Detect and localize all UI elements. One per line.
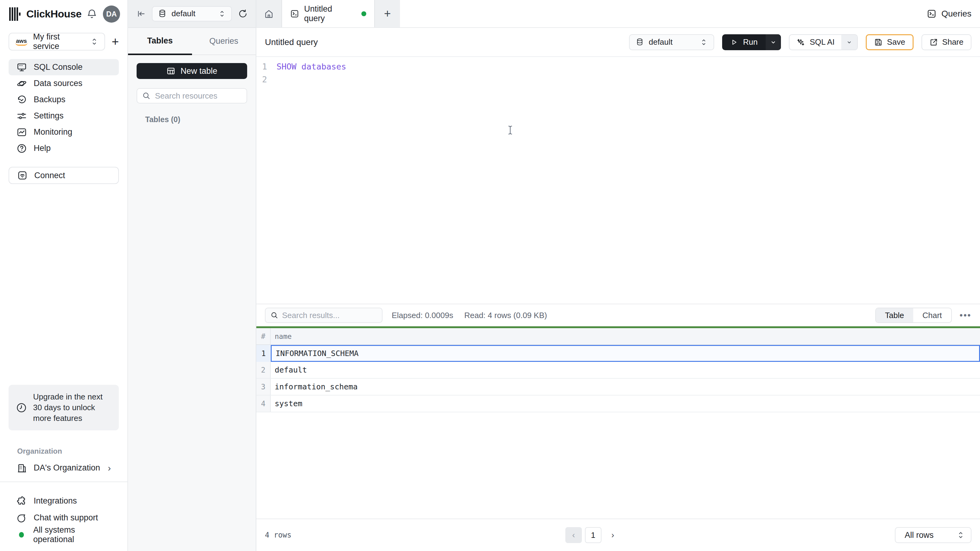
sidebar-item-integrations[interactable]: Integrations <box>9 494 119 508</box>
table-row[interactable]: 1 INFORMATION_SCHEMA <box>256 345 980 362</box>
organization-switcher[interactable]: DA's Organization › <box>9 460 119 476</box>
share-external-icon <box>929 38 938 46</box>
status-green-dot-icon <box>19 532 24 538</box>
results-table: # name 1 INFORMATION_SCHEMA 2 default 3 … <box>256 328 980 412</box>
organization-section-label: Organization <box>17 447 119 456</box>
sidebar-item-chat-support[interactable]: Chat with support <box>9 511 119 525</box>
run-label: Run <box>743 37 758 47</box>
line-number: 2 <box>256 75 267 84</box>
sql-console-icon <box>16 62 27 73</box>
tab-tables[interactable]: Tables <box>128 28 192 55</box>
clickhouse-logo[interactable]: ClickHouse <box>9 7 81 21</box>
table-row[interactable]: 4 system <box>256 395 980 412</box>
query-database-value: default <box>649 37 673 47</box>
row-cell-name[interactable]: default <box>271 362 980 378</box>
sql-code: SHOW databases <box>277 62 346 71</box>
save-button[interactable]: Save <box>866 34 913 50</box>
resource-search <box>137 88 247 103</box>
sidebar-item-monitoring[interactable]: Monitoring <box>9 124 119 140</box>
row-count-label: 4 rows <box>265 531 291 539</box>
prev-page-button[interactable]: ‹ <box>565 527 582 543</box>
toggle-table[interactable]: Table <box>876 308 913 322</box>
clickhouse-logo-icon <box>9 7 21 21</box>
sidebar-item-label: Monitoring <box>34 127 72 137</box>
search-resources-input[interactable] <box>155 91 258 101</box>
new-tab-button[interactable]: + <box>375 0 400 27</box>
explorer-tabs: Tables Queries <box>128 28 256 55</box>
sidebar-header: ClickHouse DA <box>0 0 127 28</box>
terminal-icon <box>290 9 299 18</box>
elapsed-stat: Elapsed: 0.0009s <box>392 311 453 320</box>
sidebar-item-data-sources[interactable]: Data sources <box>9 75 119 92</box>
search-results-input[interactable] <box>282 311 385 320</box>
database-selector[interactable]: default <box>152 6 232 21</box>
save-label: Save <box>887 37 905 47</box>
updown-chevron-icon <box>218 10 226 18</box>
tables-count-label: Tables (0) <box>145 115 247 124</box>
queries-button[interactable]: Queries <box>918 0 980 27</box>
upgrade-notice[interactable]: Upgrade in the next 30 days to unlock mo… <box>9 385 119 430</box>
sql-ai-label: SQL AI <box>810 37 835 47</box>
row-cell-name[interactable]: INFORMATION_SCHEMA <box>271 345 980 362</box>
updown-chevron-icon <box>957 530 965 540</box>
row-cell-name[interactable]: system <box>271 395 980 412</box>
sidebar-item-label: Backups <box>34 95 65 105</box>
line-number: 1 <box>256 62 267 71</box>
column-header-name: name <box>271 328 980 345</box>
refresh-icon[interactable] <box>238 9 248 19</box>
resource-explorer: default Tables Queries <box>128 0 256 551</box>
run-button[interactable]: Run <box>722 34 766 50</box>
row-index: 1 <box>256 345 271 362</box>
connect-button[interactable]: Connect <box>9 167 119 184</box>
query-header: Untitled query default <box>256 28 980 57</box>
monitoring-chart-icon <box>16 127 27 137</box>
table-grid-icon <box>166 67 175 76</box>
avatar[interactable]: DA <box>103 5 120 23</box>
database-cylinder-icon <box>636 38 644 46</box>
table-row[interactable]: 3 information_schema <box>256 379 980 395</box>
new-table-button[interactable]: New table <box>137 63 247 79</box>
sql-ai-button[interactable]: SQL AI <box>789 35 841 49</box>
updown-chevron-icon <box>700 38 708 46</box>
connect-label: Connect <box>34 171 65 180</box>
current-page-button[interactable]: 1 <box>585 527 601 543</box>
toggle-chart[interactable]: Chart <box>913 308 951 322</box>
new-table-label: New table <box>180 67 217 76</box>
share-button[interactable]: Share <box>921 34 971 50</box>
share-label: Share <box>942 37 964 47</box>
tab-untitled-query[interactable]: Untitled query <box>282 0 375 27</box>
sidebar-item-settings[interactable]: Settings <box>9 108 119 124</box>
service-selector[interactable]: aws My first service <box>9 33 105 51</box>
search-icon <box>142 92 151 100</box>
run-options-button[interactable] <box>766 34 781 50</box>
results-footer: 4 rows ‹ 1 › All rows <box>256 519 980 551</box>
pagination: ‹ 1 › <box>291 527 895 543</box>
table-row[interactable]: 2 default <box>256 362 980 379</box>
sidebar-item-label: SQL Console <box>34 62 83 72</box>
connect-wifi-icon <box>17 170 27 181</box>
sidebar-item-backups[interactable]: Backups <box>9 92 119 108</box>
sql-editor[interactable]: 1 SHOW databases 2 <box>256 57 980 304</box>
add-service-button[interactable]: + <box>112 35 119 48</box>
sidebar-item-label: Data sources <box>34 79 83 88</box>
more-options-icon[interactable]: ••• <box>960 310 971 320</box>
collapse-sidebar-icon[interactable] <box>136 9 146 19</box>
home-button[interactable] <box>256 0 282 27</box>
chat-bubble-icon <box>16 513 27 523</box>
query-title[interactable]: Untitled query <box>265 37 318 47</box>
sidebar-item-system-status[interactable]: All systems operational <box>9 527 119 542</box>
sidebar-item-sql-console[interactable]: SQL Console <box>9 59 119 75</box>
next-page-button[interactable]: › <box>605 527 621 543</box>
sidebar-item-label: Integrations <box>34 496 77 506</box>
database-selector-value: default <box>172 9 213 18</box>
query-database-selector[interactable]: default <box>629 34 714 50</box>
sidebar-item-help[interactable]: Help <box>9 140 119 156</box>
tab-queries[interactable]: Queries <box>192 28 256 55</box>
table-header-row: # name <box>256 328 980 345</box>
row-cell-name[interactable]: information_schema <box>271 379 980 395</box>
notifications-bell-icon[interactable] <box>86 9 97 20</box>
sql-ai-options-button[interactable] <box>841 35 857 49</box>
page-size-selector[interactable]: All rows <box>895 527 971 543</box>
updown-chevron-icon <box>90 37 98 46</box>
organization-name: DA's Organization <box>34 463 100 473</box>
